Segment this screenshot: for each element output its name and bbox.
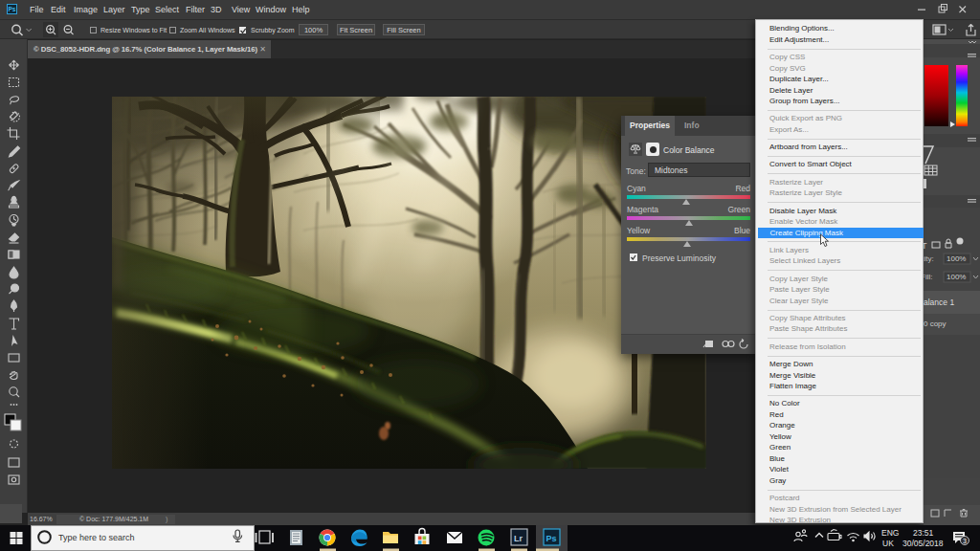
svg-text:3: 3 [963, 538, 967, 544]
svg-text:Fill:: Fill: [924, 273, 932, 281]
svg-text:100%: 100% [947, 273, 966, 281]
svg-text:0 copy: 0 copy [924, 320, 947, 328]
svg-text:23:51: 23:51 [913, 528, 934, 538]
svg-text:30/05/2018: 30/05/2018 [902, 539, 944, 548]
svg-text:T: T [924, 241, 927, 251]
svg-text:alance 1: alance 1 [924, 298, 954, 307]
svg-text:Lr: Lr [514, 534, 523, 543]
svg-text:Ps: Ps [546, 534, 557, 543]
svg-text:100%: 100% [947, 254, 966, 263]
svg-text:ENG: ENG [881, 528, 899, 538]
svg-text:acity:: acity: [924, 254, 934, 263]
svg-text:UK: UK [882, 539, 894, 548]
